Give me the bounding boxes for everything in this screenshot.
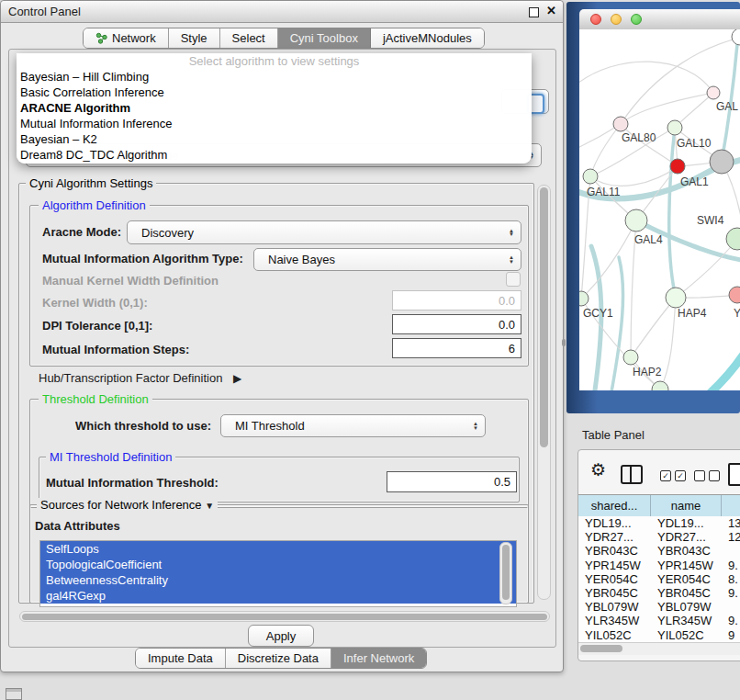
sources-title-row[interactable]: Sources for Network Inference ▼ <box>37 498 218 512</box>
table-cell: 9. <box>722 586 740 600</box>
node-label: GAL80 <box>622 131 656 144</box>
tab-impute-data[interactable]: Impute Data <box>136 649 226 668</box>
column-header-name[interactable]: name <box>651 495 722 516</box>
attribute-item-betweennesscentrality[interactable]: BetweennessCentrality <box>40 572 516 588</box>
algorithm-item-bayesian-hill-climbing[interactable]: Bayesian – Hill Climbing <box>17 69 532 85</box>
manual-kernel-checkbox[interactable] <box>506 272 521 287</box>
dpi-tolerance-label: DPI Tolerance [0,1]: <box>42 319 152 333</box>
network-node[interactable] <box>710 150 734 174</box>
network-node-gal10[interactable] <box>667 120 682 135</box>
settings-horizontal-scrollbar[interactable] <box>19 611 550 622</box>
network-node-gal1[interactable] <box>670 159 685 174</box>
mi-threshold-definition-title: MI Threshold Definition <box>46 450 175 464</box>
mi-algorithm-type-combo[interactable]: Naive Bayes ▲▼ <box>253 248 521 271</box>
scrollbar-thumb[interactable] <box>580 645 622 652</box>
algorithm-item-basic-correlation-inference[interactable]: Basic Correlation Inference <box>17 85 532 100</box>
table-row[interactable]: YPR145WYPR145W9. <box>578 559 740 572</box>
aracne-mode-combo[interactable]: Discovery ▲▼ <box>127 220 521 244</box>
network-canvas[interactable]: GAL80GAL10GAL1GAL11GAL4SWI4GALGCY1HAP4YH… <box>579 29 740 390</box>
tab-jactivemnodules[interactable]: jActiveMNodules <box>371 28 484 48</box>
table-cell: YBR043C <box>651 544 722 558</box>
table-row[interactable]: YBR043CYBR043C <box>578 544 740 558</box>
attribute-item-selfloops[interactable]: SelfLoops <box>40 541 516 557</box>
table-row[interactable]: YDR27...YDR27...12 <box>578 530 740 544</box>
table-row[interactable]: YER054CYER054C8. <box>578 572 740 586</box>
hub-definition-toggle[interactable]: Hub/Transcription Factor Definition ▶ <box>39 371 241 385</box>
attributes-scrollbar[interactable] <box>499 542 512 604</box>
tab-select[interactable]: Select <box>220 28 278 48</box>
zoom-window-icon[interactable] <box>631 14 642 25</box>
table-row[interactable]: YLR345WYLR345W9. <box>578 614 740 627</box>
network-node[interactable] <box>652 381 668 390</box>
network-window: GAL80GAL10GAL1GAL11GAL4SWI4GALGCY1HAP4YH… <box>579 9 740 390</box>
mi-steps-field[interactable]: 6 <box>392 338 521 358</box>
collapsed-panel-icon[interactable] <box>6 688 22 700</box>
network-node-hap4[interactable] <box>666 288 686 308</box>
settings-vertical-scrollbar[interactable] <box>537 185 551 600</box>
scrollbar-thumb[interactable] <box>22 614 547 620</box>
scrollbar-thumb[interactable] <box>540 187 548 447</box>
apply-button[interactable]: Apply <box>248 625 314 647</box>
table-row[interactable]: YIL052CYIL052C9 <box>578 628 740 642</box>
deselect-all-columns-icon[interactable] <box>694 470 720 481</box>
algorithm-item-bayesian-k2[interactable]: Bayesian – K2 <box>17 131 532 147</box>
network-node-gal4[interactable] <box>625 209 647 231</box>
kernel-width-value: 0.0 <box>499 294 515 308</box>
table-cell: 9 <box>722 628 740 642</box>
split-columns-icon[interactable] <box>621 465 643 484</box>
settings-gear-icon[interactable]: ⚙ <box>590 461 606 480</box>
close-window-icon[interactable] <box>590 14 601 25</box>
network-node-y[interactable] <box>729 287 740 303</box>
which-threshold-combo[interactable]: MI Threshold ▲▼ <box>220 414 486 437</box>
tab-infer-network[interactable]: Infer Network <box>331 649 426 668</box>
tab-discretize-data[interactable]: Discretize Data <box>226 649 331 668</box>
column-header-2[interactable] <box>722 495 740 516</box>
close-panel-icon[interactable]: ✕ <box>546 4 556 17</box>
table-row[interactable]: YBR045CYBR045C9. <box>578 586 740 600</box>
attribute-item-gal4rgexp[interactable]: gal4RGexp <box>40 588 516 604</box>
network-node-swi4[interactable] <box>726 228 740 250</box>
table-cell: YBR045C <box>578 586 651 600</box>
tab-network[interactable]: Network <box>84 28 169 48</box>
mi-threshold-field[interactable]: 0.5 <box>387 471 517 492</box>
table-panel-title: Table Panel <box>582 428 645 442</box>
table-row[interactable]: YDL19...YDL19...13 <box>578 516 740 530</box>
select-all-columns-icon[interactable]: ✓✓ <box>660 470 686 481</box>
apply-button-label: Apply <box>266 629 297 643</box>
node-label: GAL <box>716 100 738 113</box>
attribute-item-topologicalcoefficient[interactable]: TopologicalCoefficient <box>40 557 516 572</box>
panel-divider-handle[interactable] <box>562 339 566 346</box>
scrollbar-thumb[interactable] <box>502 545 510 600</box>
data-attributes-list[interactable]: SelfLoopsTopologicalCoefficientBetweenne… <box>39 540 517 607</box>
stepper-arrows-icon: ▲▼ <box>467 422 478 430</box>
algorithm-item-aracne-algorithm[interactable]: ARACNE Algorithm <box>17 100 532 116</box>
new-table-document-icon[interactable] <box>728 463 740 486</box>
table-horizontal-scrollbar[interactable] <box>578 642 740 655</box>
network-edge <box>579 62 713 93</box>
tab-cyni-toolbox[interactable]: Cyni Toolbox <box>278 28 371 48</box>
minimize-window-icon[interactable] <box>611 14 622 25</box>
algorithm-item-dream8-dc-tdc-algorithm[interactable]: Dream8 DC_TDC Algorithm <box>17 147 532 163</box>
network-window-titlebar[interactable] <box>579 9 740 30</box>
table-row[interactable]: YBL079WYBL079W <box>578 600 740 614</box>
dpi-tolerance-field[interactable]: 0.0 <box>392 314 521 334</box>
kernel-width-field[interactable]: 0.0 <box>392 290 521 310</box>
network-node-gal11[interactable] <box>583 169 598 184</box>
tab-style[interactable]: Style <box>169 28 220 48</box>
algorithm-item-mutual-information-inference[interactable]: Mutual Information Inference <box>17 116 532 131</box>
network-node-gal[interactable] <box>707 86 720 99</box>
table-panel-toolbar: ⚙ ✓✓ <box>578 450 740 494</box>
table-panel: ⚙ ✓✓ shared...name YDL19...YDL19...13YDR… <box>577 449 740 661</box>
column-header-shared[interactable]: shared... <box>578 495 651 516</box>
float-window-icon[interactable] <box>529 7 539 17</box>
control-panel-titlebar[interactable]: Control Panel ✕ <box>1 1 563 23</box>
table-cell: YER054C <box>651 572 722 586</box>
expand-arrow-icon[interactable]: ▶ <box>233 372 241 385</box>
aracne-mode-label: Aracne Mode: <box>42 225 121 239</box>
network-node[interactable] <box>732 29 740 45</box>
network-node-gal80[interactable] <box>613 117 628 131</box>
network-node-hap2[interactable] <box>623 350 638 365</box>
table-cell: YPR145W <box>651 559 722 572</box>
collapse-triangle-icon[interactable]: ▼ <box>205 501 214 511</box>
algorithm-dropdown: Select algorithm to view settings Bayesi… <box>17 53 532 164</box>
